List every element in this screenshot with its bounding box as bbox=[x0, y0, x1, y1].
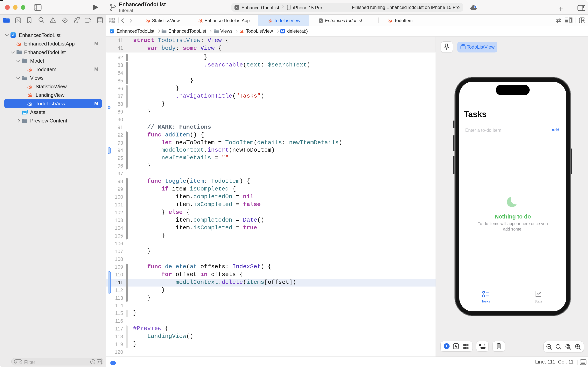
svg-text:1: 1 bbox=[557, 345, 559, 348]
